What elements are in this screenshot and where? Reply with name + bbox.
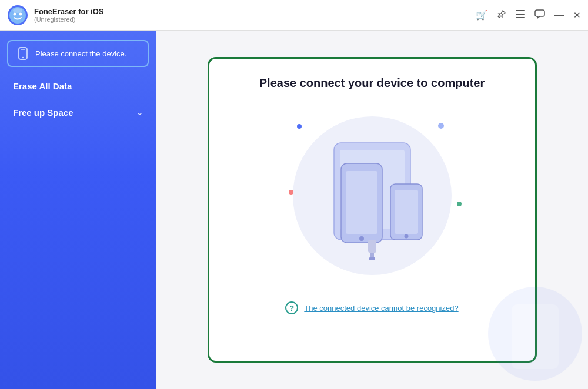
svg-point-11	[22, 57, 24, 58]
svg-rect-22	[370, 253, 374, 257]
title-bar-text: FoneEraser for iOS (Unregistered)	[34, 7, 103, 23]
chat-icon[interactable]	[534, 9, 545, 21]
svg-point-4	[13, 8, 22, 13]
dot-red-left	[289, 190, 293, 195]
svg-rect-5	[516, 10, 525, 11]
dot-blue-right	[438, 123, 444, 129]
dot-blue-left	[297, 124, 302, 129]
title-bar-controls: 🛒 — ✕	[476, 9, 581, 21]
main-layout: Please connect the device. Erase All Dat…	[0, 31, 588, 389]
chevron-down-icon: ⌄	[136, 108, 143, 117]
svg-rect-8	[535, 10, 544, 16]
devices-illustration	[299, 131, 446, 260]
app-subtitle: (Unregistered)	[34, 16, 103, 23]
question-icon: ?	[285, 301, 298, 314]
minimize-icon[interactable]: —	[554, 10, 564, 21]
sidebar-item-erase-all-data[interactable]: Erase All Data	[7, 74, 149, 98]
erase-all-data-label: Erase All Data	[13, 81, 72, 91]
svg-rect-21	[368, 240, 376, 253]
connect-device-button[interactable]: Please connect the device.	[7, 40, 149, 67]
free-up-space-label: Free up Space	[13, 108, 74, 118]
svg-rect-7	[516, 17, 525, 18]
hamburger-icon[interactable]	[516, 10, 525, 21]
pin-icon[interactable]	[497, 9, 506, 21]
app-name: FoneEraser for iOS	[34, 7, 103, 16]
svg-rect-16	[346, 171, 377, 234]
sidebar: Please connect the device. Erase All Dat…	[0, 31, 156, 389]
connect-button-label: Please connect the device.	[35, 49, 126, 58]
help-link-row: ? The connected device cannot be recogni…	[285, 301, 458, 314]
close-icon[interactable]: ✕	[573, 10, 581, 21]
svg-rect-19	[395, 190, 418, 234]
connect-card: Please connect your device to computer	[208, 57, 537, 363]
svg-rect-6	[516, 14, 525, 15]
svg-point-3	[19, 12, 22, 15]
svg-point-20	[404, 234, 408, 239]
illustration-area	[272, 108, 472, 284]
svg-rect-23	[369, 257, 375, 260]
phone-icon	[16, 47, 29, 60]
content-area: Please connect your device to computer	[156, 31, 588, 389]
svg-point-17	[359, 236, 364, 241]
svg-point-2	[14, 12, 16, 15]
sidebar-item-free-up-space[interactable]: Free up Space ⌄	[7, 100, 149, 125]
app-logo	[7, 5, 28, 26]
title-bar: FoneEraser for iOS (Unregistered) 🛒 — ✕	[0, 0, 588, 31]
dot-green-right	[457, 202, 462, 206]
device-not-recognized-link[interactable]: The connected device cannot be recognize…	[304, 304, 458, 313]
cart-icon[interactable]: 🛒	[476, 9, 487, 21]
connect-card-title: Please connect your device to computer	[259, 76, 485, 90]
